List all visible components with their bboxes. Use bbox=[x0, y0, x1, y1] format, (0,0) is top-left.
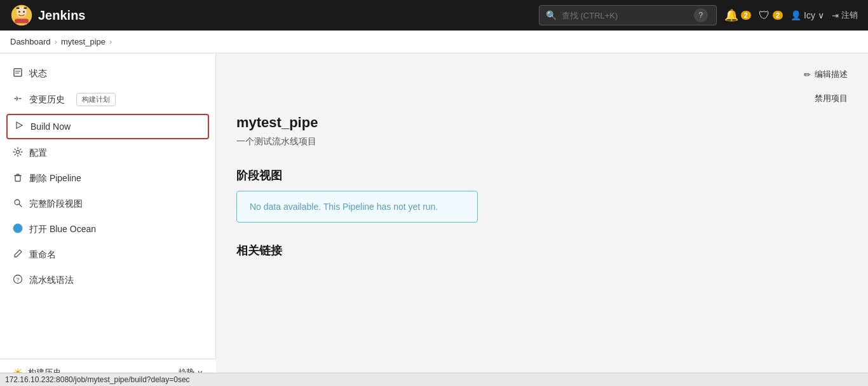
disable-project-button[interactable]: 禁用项目 bbox=[815, 93, 848, 104]
search-input[interactable] bbox=[562, 11, 689, 20]
question-circle-icon: ? bbox=[13, 274, 23, 287]
page-title: mytest_pipe bbox=[236, 114, 848, 131]
breadcrumb-separator-1: › bbox=[55, 37, 57, 46]
edit-icon: ✏ bbox=[804, 70, 811, 79]
svg-text:?: ? bbox=[17, 277, 20, 283]
svg-rect-12 bbox=[15, 176, 20, 181]
status-icon bbox=[13, 67, 23, 80]
sidebar-item-changes[interactable]: 变更历史 构建计划 bbox=[0, 86, 215, 113]
build-plan-badge: 构建计划 bbox=[76, 93, 116, 106]
logo: Jenkins bbox=[10, 4, 85, 27]
user-icon: 👤 bbox=[790, 10, 801, 20]
svg-rect-5 bbox=[24, 7, 27, 9]
search-magnify-icon bbox=[13, 198, 23, 210]
security-button[interactable]: 🛡 2 bbox=[759, 9, 783, 22]
svg-line-15 bbox=[19, 204, 22, 207]
app-title: Jenkins bbox=[38, 8, 85, 23]
sidebar-item-status[interactable]: 状态 bbox=[0, 61, 215, 86]
svg-marker-10 bbox=[17, 122, 22, 128]
trash-icon bbox=[13, 172, 23, 185]
edit-description-label: 编辑描述 bbox=[815, 69, 848, 80]
sidebar-build-now-label: Build Now bbox=[31, 121, 71, 132]
sidebar-status-label: 状态 bbox=[29, 68, 47, 79]
jenkins-logo-icon bbox=[10, 4, 33, 27]
chevron-down-icon: ∨ bbox=[818, 10, 824, 20]
svg-rect-6 bbox=[15, 18, 29, 23]
breadcrumb: Dashboard › mytest_pipe › bbox=[0, 31, 868, 53]
logout-icon: ⇥ bbox=[832, 11, 839, 20]
logout-button[interactable]: ⇥ 注销 bbox=[832, 10, 858, 21]
svg-point-16 bbox=[13, 224, 22, 233]
main-content: ✏ 编辑描述 禁用项目 mytest_pipe 一个测试流水线项目 阶段视图 N… bbox=[216, 53, 868, 383]
sidebar-item-config[interactable]: 配置 bbox=[0, 141, 215, 166]
svg-point-11 bbox=[17, 151, 20, 154]
security-count: 2 bbox=[773, 11, 783, 20]
breadcrumb-project[interactable]: mytest_pipe bbox=[61, 37, 105, 46]
sidebar-item-build-now[interactable]: Build Now bbox=[6, 114, 209, 139]
search-icon: 🔍 bbox=[546, 10, 557, 20]
sidebar-rename-label: 重命名 bbox=[29, 249, 56, 261]
edit-description-button[interactable]: ✏ 编辑描述 bbox=[804, 69, 848, 80]
related-links-title: 相关链接 bbox=[236, 243, 848, 258]
main-layout: 状态 变更历史 构建计划 Build Now 配置 bbox=[0, 53, 868, 383]
sidebar-pipeline-syntax-label: 流水线语法 bbox=[29, 275, 74, 286]
user-menu-button[interactable]: 👤 Icy ∨ bbox=[790, 10, 824, 20]
url-bar: 172.16.10.232:8080/job/mytest_pipe/build… bbox=[0, 373, 868, 383]
sidebar-blue-ocean-label: 打开 Blue Ocean bbox=[29, 224, 96, 235]
user-label: Icy bbox=[804, 10, 815, 20]
top-actions: ✏ 编辑描述 bbox=[236, 69, 848, 80]
sidebar-config-label: 配置 bbox=[29, 148, 47, 159]
sidebar-item-rename[interactable]: 重命名 bbox=[0, 242, 215, 268]
sidebar-item-full-stage[interactable]: 完整阶段视图 bbox=[0, 191, 215, 217]
logout-label: 注销 bbox=[841, 10, 858, 21]
sidebar-item-delete[interactable]: 删除 Pipeline bbox=[0, 166, 215, 191]
svg-rect-7 bbox=[14, 69, 22, 76]
sidebar-changes-label: 变更历史 bbox=[29, 94, 65, 106]
pencil-icon bbox=[13, 249, 23, 261]
search-bar[interactable]: 🔍 ? bbox=[539, 5, 717, 25]
url-text: 172.16.10.232:8080/job/mytest_pipe/build… bbox=[5, 375, 190, 383]
notifications-button[interactable]: 🔔 2 bbox=[724, 8, 751, 22]
sidebar-full-stage-label: 完整阶段视图 bbox=[29, 198, 83, 210]
breadcrumb-dashboard[interactable]: Dashboard bbox=[10, 37, 51, 46]
header-actions: 🔔 2 🛡 2 👤 Icy ∨ ⇥ 注销 bbox=[724, 8, 858, 22]
svg-rect-4 bbox=[17, 7, 20, 9]
notification-count: 2 bbox=[741, 11, 751, 20]
svg-point-3 bbox=[23, 11, 25, 13]
blue-ocean-icon bbox=[13, 223, 23, 236]
sidebar-item-pipeline-syntax[interactable]: ? 流水线语法 bbox=[0, 268, 215, 293]
breadcrumb-separator-2: › bbox=[109, 37, 112, 46]
disable-label: 禁用项目 bbox=[815, 93, 848, 104]
pipeline-empty-message: No data available. This Pipeline has not… bbox=[250, 202, 438, 212]
stage-view-title: 阶段视图 bbox=[236, 168, 848, 183]
pipeline-empty-box: No data available. This Pipeline has not… bbox=[236, 191, 478, 223]
bell-icon: 🔔 bbox=[724, 8, 738, 22]
page-description: 一个测试流水线项目 bbox=[236, 136, 848, 148]
related-links-section: 相关链接 bbox=[236, 243, 848, 258]
sidebar-delete-label: 删除 Pipeline bbox=[29, 173, 81, 184]
help-icon[interactable]: ? bbox=[694, 8, 708, 22]
svg-point-2 bbox=[18, 11, 20, 13]
sidebar: 状态 变更历史 构建计划 Build Now 配置 bbox=[0, 53, 216, 383]
header: Jenkins 🔍 ? 🔔 2 🛡 2 👤 Icy ∨ ⇥ 注销 bbox=[0, 0, 868, 31]
sidebar-item-blue-ocean[interactable]: 打开 Blue Ocean bbox=[0, 217, 215, 242]
changes-icon bbox=[13, 93, 23, 106]
play-icon bbox=[14, 120, 24, 133]
shield-icon: 🛡 bbox=[759, 9, 770, 22]
gear-icon bbox=[13, 147, 23, 160]
